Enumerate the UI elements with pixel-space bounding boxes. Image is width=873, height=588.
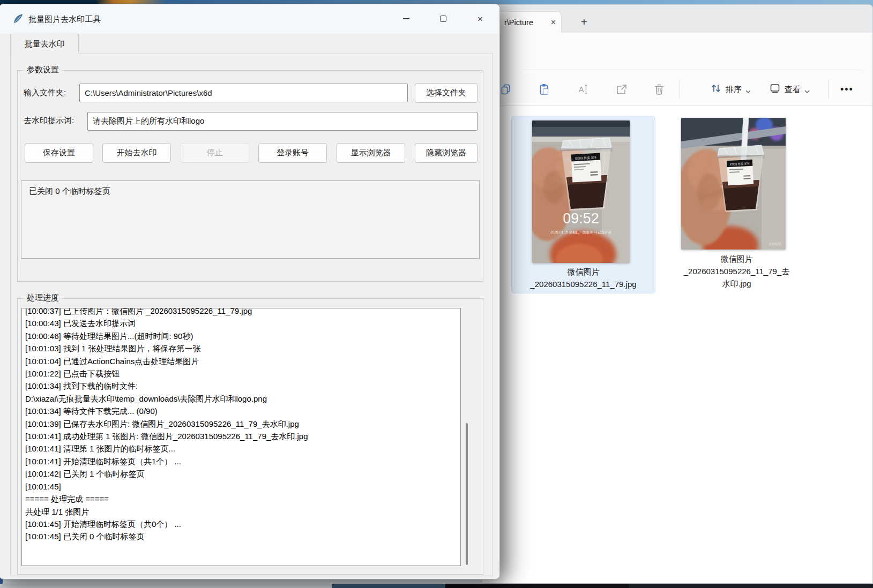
- sort-button[interactable]: 排序: [710, 73, 751, 106]
- params-group-label: 参数设置: [24, 65, 62, 75]
- prompt-input[interactable]: [87, 112, 477, 131]
- maximize-button[interactable]: [431, 9, 456, 29]
- status-box: 已关闭 0 个临时标签页: [21, 180, 480, 259]
- toolbar-divider: [680, 80, 680, 99]
- log-line: [10:00:37] 已上传图片：微信图片 _20260315095226_11…: [25, 308, 457, 317]
- file-name-line: _20260315095226_11_79_去: [671, 265, 802, 277]
- folder-label: 输入文件夹:: [24, 88, 66, 98]
- file-name-line: 微信图片: [512, 266, 655, 278]
- delete-icon[interactable]: [653, 83, 666, 96]
- log-line: [10:00:43] 已发送去水印提示词: [25, 317, 457, 329]
- log-area[interactable]: [10:00:37] 已上传图片：微信图片 _20260315095226_11…: [21, 308, 461, 566]
- log-line: [10:00:46] 等待处理结果图片...(超时时间: 90秒): [25, 330, 457, 342]
- log-line: [10:01:22] 已点击下载按钮: [25, 367, 457, 380]
- close-icon: ×: [477, 14, 483, 24]
- tab-batch-dewatermark[interactable]: 批量去水印: [10, 34, 79, 54]
- log-line: [10:01:03] 找到 1 张处理结果图片，将保存第一张: [25, 342, 457, 355]
- explorer-tab[interactable]: r\Picture ×: [493, 11, 562, 33]
- log-line: [10:01:41] 成功处理第 1 张图片: 微信图片_20260315095…: [25, 430, 457, 442]
- log-line: [10:01:42] 已关闭 1 个临时标签页: [25, 468, 457, 480]
- progress-groupbox: 处理进度 [10:00:37] 已上传图片：微信图片 _202603150952…: [17, 298, 483, 575]
- svg-text:A: A: [579, 85, 584, 94]
- file-explorer-window: r\Picture × +: [482, 4, 873, 584]
- log-line: [10:01:45] 已关闭 0 个临时标签页: [25, 530, 457, 542]
- rename-icon[interactable]: A: [577, 83, 590, 96]
- paste-icon[interactable]: [538, 83, 551, 96]
- file-name-line: _20260315095226_11_79.jpg: [512, 278, 655, 290]
- close-button[interactable]: ×: [468, 9, 493, 29]
- file-tile-original[interactable]: E003 外卖 374 09:52 2026.03.15 星期日 · 衡阳市·斗…: [512, 116, 655, 293]
- file-name-line: 微信图片: [671, 253, 802, 265]
- log-line: [10:01:34] 等待文件下载完成... (0/90): [25, 405, 457, 417]
- share-icon[interactable]: [615, 83, 628, 96]
- view-icon: [769, 82, 781, 96]
- sort-icon: [710, 82, 722, 96]
- chevron-down-icon: [804, 87, 810, 92]
- log-line: D:\xiazai\无痕批量去水印\temp_downloads\去除图片水印和…: [25, 393, 457, 405]
- show-browser-button[interactable]: 显示浏览器: [337, 143, 405, 163]
- log-line: [10:01:45]: [25, 480, 457, 493]
- maximize-icon: [440, 16, 446, 22]
- window-title: 批量图片去水印工具: [28, 14, 101, 25]
- explorer-command-bar: A: [482, 73, 872, 106]
- params-groupbox: 参数设置 输入文件夹: 选择文件夹 去水印提示词: 保存设置 开始去水印 停止 …: [17, 70, 483, 282]
- lockscreen-date: 2026.03.15 星期日 · 衡阳市·斗记普洱茶: [550, 230, 611, 235]
- start-dewatermark-button[interactable]: 开始去水印: [102, 143, 171, 163]
- app-feather-icon: [12, 13, 24, 25]
- more-options-button[interactable]: •••: [840, 73, 854, 106]
- copy-icon[interactable]: [499, 83, 512, 96]
- tab-close-icon[interactable]: ×: [548, 18, 556, 27]
- view-button[interactable]: 查看: [769, 73, 810, 106]
- watermark-tool-window: 批量图片去水印工具 × 批量去水印 参数设置 输入文件夹: 选择文件夹 去水印提…: [0, 4, 500, 579]
- title-bar[interactable]: 批量图片去水印工具 ×: [0, 4, 499, 34]
- prompt-label: 去水印提示词:: [24, 116, 74, 126]
- login-account-button[interactable]: 登录账号: [258, 143, 327, 163]
- explorer-tab-title: r\Picture: [504, 18, 548, 27]
- thumbnail-watermark: ERASE: [769, 242, 782, 246]
- log-line: [10:01:04] 已通过ActionChains点击处理结果图片: [25, 355, 457, 367]
- log-line: 共处理 1/1 张图片: [25, 506, 457, 518]
- log-line: [10:01:41] 清理第 1 张图片的临时标签页...: [25, 442, 457, 455]
- chevron-down-icon: [745, 87, 751, 92]
- file-name-line: 水印.jpg: [671, 277, 802, 290]
- log-line: [10:01:34] 找到下载的临时文件:: [25, 380, 457, 392]
- minimize-button[interactable]: [394, 9, 419, 29]
- log-line: [10:01:45] 开始清理临时标签页（共0个） ...: [25, 518, 457, 530]
- hide-browser-button[interactable]: 隐藏浏览器: [415, 143, 477, 163]
- explorer-tab-bar: r\Picture × +: [482, 5, 872, 33]
- choose-folder-button[interactable]: 选择文件夹: [415, 83, 477, 103]
- lockscreen-time: 09:52: [563, 210, 599, 227]
- stop-button[interactable]: 停止: [181, 143, 249, 163]
- progress-group-label: 处理进度: [24, 293, 62, 303]
- folder-input[interactable]: [79, 84, 408, 102]
- minimize-icon: [403, 18, 409, 19]
- thumbnail-original: E003 外卖 374 09:52 2026.03.15 星期日 · 衡阳市·斗…: [532, 120, 630, 263]
- log-line: [10:01:41] 开始清理临时标签页（共1个） ...: [25, 455, 457, 468]
- explorer-address-row: 图片 x6d: [482, 33, 872, 73]
- log-scrollbar-thumb[interactable]: [466, 423, 468, 565]
- taskbar[interactable]: [0, 584, 873, 588]
- file-list: E003 外卖 374 09:52 2026.03.15 星期日 · 衡阳市·斗…: [482, 106, 872, 583]
- log-line: [10:01:39] 已保存去水印图片: 微信图片_20260315095226…: [25, 418, 457, 430]
- new-tab-button[interactable]: +: [576, 14, 592, 30]
- desktop: r\Picture × +: [0, 0, 873, 588]
- log-line: ===== 处理完成 =====: [25, 493, 457, 505]
- status-text: 已关闭 0 个临时标签页: [29, 186, 110, 197]
- save-settings-button[interactable]: 保存设置: [25, 143, 93, 163]
- toolbar-divider: [828, 80, 829, 99]
- file-tile-dewatermarked[interactable]: E003 外卖 374 ERASE 微信图片 _20260315095226_1…: [671, 116, 802, 301]
- thumbnail-dewatermarked: E003 外卖 374 ERASE: [681, 118, 786, 250]
